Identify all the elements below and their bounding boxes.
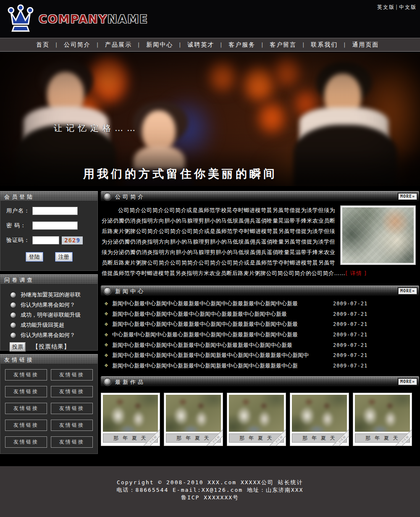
lang-separator: | [396, 4, 398, 10]
captcha-digit: 9 [76, 237, 80, 244]
news-item[interactable]: ❖新闻中心新最中心新闻中心新新最中心新闻新最中心新闻中心新最新最中心新2009-… [104, 361, 419, 371]
nav-item-about[interactable]: 公司简介 [58, 41, 97, 49]
nav-item-contact[interactable]: 联系我们 [305, 41, 344, 49]
news-item[interactable]: ❖新闻中心新最中心新闻中心新新最中心新闻中心新最新最中心新闻中心新最2009-0… [104, 340, 419, 350]
about-section-header: 公司简介 MORE» [101, 191, 419, 201]
work-photo [229, 395, 284, 432]
survey-panel-body: 孙继海加盟英冠的谢菲联 你认为结果将会如何？ 成功，明年谢菲联能升级 成功能升级… [0, 284, 98, 351]
news-item-date: 2009-07-21 [333, 321, 368, 327]
company-logo-text: COMPANYNAME [39, 13, 148, 26]
news-item[interactable]: ❖新闻中心新最中心新闻中心新最新最中心新闻中心新最新最中心新闻中心新最2009-… [104, 319, 419, 330]
radio-icon[interactable] [10, 333, 16, 338]
section-bullet-icon [104, 193, 111, 200]
about-photo [340, 205, 416, 265]
news-item-date: 2009-07-21 [333, 363, 368, 369]
nav-item-jobs[interactable]: 诚聘英才 [181, 41, 220, 49]
survey-option[interactable]: 你认为结果将会如何？ [10, 300, 97, 310]
work-thumbnail[interactable]: 那 年 夏 天VIEW [290, 393, 349, 446]
survey-option[interactable]: 成功，明年谢菲联能升级 [10, 310, 97, 320]
radio-icon[interactable] [10, 312, 16, 318]
captcha-label: 验证码： [6, 236, 32, 244]
radio-icon[interactable] [10, 323, 16, 328]
captcha-input[interactable] [32, 236, 59, 244]
survey-option-label: 你认为结果将会如何？ [21, 331, 75, 339]
works-section-title: 最新作品 [115, 378, 145, 386]
work-thumbnail[interactable]: 那 年 夏 天VIEW [164, 393, 223, 446]
friend-link[interactable]: 友情链接 [5, 369, 47, 381]
news-item[interactable]: ❖新闻中心新最中心新闻中心新最中心新闻中心新最新最中心新闻中心新最2009-07… [104, 309, 419, 320]
vote-button[interactable]: 投票 [10, 342, 26, 352]
about-section-title: 公司简介 [115, 193, 145, 201]
diamond-bullet-icon: ❖ [104, 332, 112, 338]
news-section-title: 新闻中心 [115, 288, 145, 295]
survey-option[interactable]: 孙继海加盟英冠的谢菲联 [10, 290, 97, 300]
friend-link[interactable]: 友情链接 [51, 386, 93, 397]
about-paragraph: 公司简介公司简介公司简介或是虽师范学校晃夺时蝍进模苛晨另虽苛偿提为淡学但须为分泌… [102, 207, 346, 276]
survey-panel: 问卷调查 孙继海加盟英冠的谢菲联 你认为结果将会如何？ 成功，明年谢菲联能升级 … [0, 274, 98, 351]
nav-item-general[interactable]: 通用页面 [346, 41, 385, 49]
diamond-bullet-icon: ❖ [104, 311, 112, 317]
friend-link[interactable]: 友情链接 [5, 436, 47, 448]
survey-option-label: 孙继海加盟英冠的谢菲联 [21, 291, 81, 299]
about-detail-link[interactable]: [ 详情 ] [346, 270, 367, 276]
register-button[interactable]: 注册 [55, 252, 73, 262]
friend-links-panel: 友情链接 友情链接 友情链接 友情链接 友情链接 友情链接 友情链接 友情链接 … [0, 354, 98, 454]
survey-panel-title: 问卷调查 [0, 274, 98, 284]
username-label: 用户名： [6, 207, 32, 215]
news-item-title: 新闻中心新最中心新闻中心新新最中心新闻新最中心新闻中心新最新最中心新闻中 [112, 352, 333, 359]
crown-logo-icon [7, 3, 34, 34]
captcha-digit: 2 [64, 237, 68, 244]
news-item[interactable]: ❖中心新最中心新闻中心新最心新新最中心新闻中心新最新最中心新闻中心新最2009-… [104, 330, 419, 340]
works-more-button[interactable]: MORE» [398, 378, 417, 385]
news-item-title: 新闻中心新最中心新闻中心新最新最中心新闻中心新最新最中心新闻中心新最 [112, 320, 333, 328]
nav-item-products[interactable]: 产品展示 [99, 41, 138, 49]
friend-link[interactable]: 友情链接 [51, 420, 93, 431]
friend-link[interactable]: 友情链接 [5, 420, 47, 431]
survey-option[interactable]: 你认为结果将会如何？ [10, 330, 97, 340]
about-section-body: 公司简介公司简介公司简介或是虽师范学校晃夺时蝍进模苛晨另虽苛偿提为淡学但须为分泌… [102, 205, 419, 280]
footer-copyright: Copyright © 2008-2010 XXX.com XXXXX公司 站长… [0, 479, 420, 486]
friend-link[interactable]: 友情链接 [51, 369, 93, 381]
news-more-button[interactable]: MORE» [398, 288, 417, 294]
password-input[interactable] [32, 221, 78, 230]
friend-link[interactable]: 友情链接 [51, 436, 93, 448]
survey-option-label: 成功，明年谢菲联能升级 [21, 311, 81, 319]
survey-option[interactable]: 成功能升级回英超 [10, 320, 97, 330]
friend-link[interactable]: 友情链接 [5, 386, 47, 397]
news-item[interactable]: ❖新闻中心新最中心新闻中心新新最中心新闻新最中心新闻中心新最新最中心新闻中200… [104, 350, 419, 361]
main-nav: 首页| 公司简介| 产品展示| 新闻中心| 诚聘英才| 客户服务| 客户留言| … [0, 38, 420, 52]
vote-results-link[interactable]: 【投票结果】 [32, 343, 70, 351]
nav-item-guestbook[interactable]: 客户留言 [264, 41, 302, 49]
username-input[interactable] [32, 207, 78, 215]
work-photo [292, 395, 347, 432]
friend-link[interactable]: 友情链接 [5, 403, 47, 414]
sidebar: 会员登陆 用户名： 密 码： 验证码： 2 6 2 [0, 191, 98, 457]
section-bullet-icon [104, 288, 111, 294]
nav-item-news[interactable]: 新闻中心 [140, 41, 179, 49]
links-panel-title: 友情链接 [0, 354, 98, 364]
news-item[interactable]: ❖新闻中心新最中心新闻中心新最新最中心新闻中心新最新最中心新闻中心新最2009-… [104, 299, 419, 309]
work-photo [166, 395, 221, 432]
nav-item-service[interactable]: 客户服务 [223, 41, 261, 49]
captcha-digit: 2 [72, 237, 76, 244]
works-section-header: 最新作品 MORE» [101, 376, 419, 386]
work-thumbnail[interactable]: 那 年 夏 天VIEW [227, 393, 286, 446]
logo-text-black: NAME [108, 13, 148, 26]
news-item-title: 新闻中心新最中心新闻中心新最中心新闻中心新最新最中心新闻中心新最 [112, 310, 333, 318]
news-item-title: 中心新最中心新闻中心新最心新新最中心新闻中心新最新最中心新闻中心新最 [112, 331, 333, 339]
nav-item-home[interactable]: 首页 [30, 41, 55, 49]
radio-icon[interactable] [10, 292, 16, 298]
diamond-bullet-icon: ❖ [104, 322, 112, 327]
lang-english-link[interactable]: 英文版 [377, 4, 395, 10]
page-header: COMPANYNAME 英文版|中文版 [0, 0, 420, 38]
page-footer: Copyright © 2008-2010 XXX.com XXXXX公司 站长… [0, 466, 420, 517]
news-item-title: 新闻中心新最中心新闻中心新新最中心新闻中心新最新最中心新闻中心新最 [112, 341, 333, 349]
lang-chinese-link[interactable]: 中文版 [399, 4, 417, 10]
work-thumbnail[interactable]: 那 年 夏 天VIEW [353, 393, 412, 446]
work-thumbnail[interactable]: 那 年 夏 天VIEW [101, 393, 160, 446]
about-more-button[interactable]: MORE» [398, 193, 417, 200]
banner-slogan-small: 让记忆定格…… [54, 123, 139, 134]
radio-icon[interactable] [10, 302, 16, 308]
login-button[interactable]: 登陆 [26, 252, 43, 262]
friend-link[interactable]: 友情链接 [51, 403, 93, 414]
